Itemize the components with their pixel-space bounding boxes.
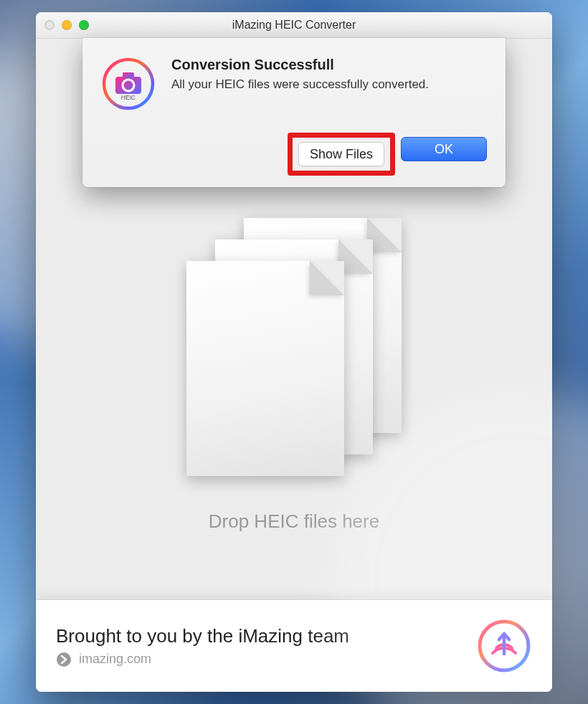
dialog-title: Conversion Successfull xyxy=(171,57,487,73)
heic-app-icon: HEIC xyxy=(101,57,156,111)
svg-point-1 xyxy=(480,622,528,670)
app-window: iMazing HEIC Converter Drop HEIC files h… xyxy=(36,12,552,692)
dialog-message: All your HEIC files were successfully co… xyxy=(171,77,487,92)
file-stack-icon xyxy=(186,218,402,483)
window-title: iMazing HEIC Converter xyxy=(36,19,552,32)
footer-text: Brought to you by the iMazing team imazi… xyxy=(56,625,476,667)
footer-panel: Brought to you by the iMazing team imazi… xyxy=(36,600,552,692)
imazing-logo-icon xyxy=(476,618,532,674)
window-zoom-button[interactable] xyxy=(79,20,89,30)
heic-icon-label: HEIC xyxy=(121,94,136,101)
arrow-right-circle-icon xyxy=(56,652,72,667)
traffic-lights xyxy=(44,20,89,30)
desktop-background: iMazing HEIC Converter Drop HEIC files h… xyxy=(0,0,588,704)
svg-rect-4 xyxy=(123,72,134,78)
show-files-button[interactable]: Show Files xyxy=(298,142,384,166)
dialog-button-row: Show Files OK xyxy=(101,137,487,171)
ok-button[interactable]: OK xyxy=(401,137,487,161)
window-minimize-button[interactable] xyxy=(62,20,72,30)
annotation-highlight: Show Files xyxy=(288,133,395,176)
drop-hint-label: Drop HEIC files here xyxy=(36,510,552,533)
page-icon xyxy=(186,261,344,476)
title-bar: iMazing HEIC Converter xyxy=(36,12,552,39)
footer-link-text: imazing.com xyxy=(79,652,151,667)
conversion-success-dialog: HEIC Conversion Successfull All your HEI… xyxy=(82,38,506,187)
footer-link[interactable]: imazing.com xyxy=(56,652,476,667)
footer-tagline: Brought to you by the iMazing team xyxy=(56,625,476,647)
svg-point-0 xyxy=(57,652,71,667)
window-close-button[interactable] xyxy=(44,20,54,30)
